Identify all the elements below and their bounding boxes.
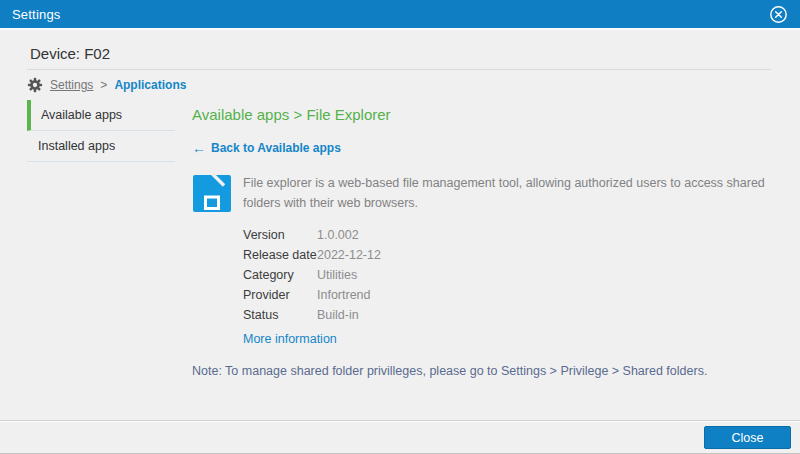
detail-value: Utilities [317, 268, 357, 282]
close-button[interactable]: Close [704, 426, 791, 449]
page-title: Device: F02 [30, 45, 110, 62]
breadcrumb: Settings > Applications [27, 77, 186, 93]
detail-value: Build-in [317, 308, 359, 322]
detail-label: Version [243, 228, 317, 242]
header-divider [27, 69, 771, 70]
close-icon[interactable] [768, 4, 788, 24]
dialog-title: Settings [12, 7, 61, 22]
circle-x-icon [769, 5, 788, 24]
app-summary-row: File explorer is a web-based file manage… [192, 173, 770, 213]
breadcrumb-current-applications: Applications [114, 78, 186, 92]
detail-row-status: Status Build-in [243, 305, 770, 325]
titlebar: Settings [0, 0, 800, 30]
detail-row-category: Category Utilities [243, 265, 770, 285]
detail-label: Release date [243, 248, 317, 262]
app-description: File explorer is a web-based file manage… [243, 173, 770, 213]
breadcrumb-settings-link[interactable]: Settings [50, 78, 93, 92]
main-content: Available apps > File Explorer ← Back to… [192, 100, 770, 378]
footer-divider [0, 420, 800, 422]
detail-label: Provider [243, 288, 317, 302]
breadcrumb-separator: > [100, 78, 107, 92]
detail-value: Infortrend [317, 288, 371, 302]
note-text: Note: To manage shared folder privillege… [192, 364, 770, 378]
sidebar: Available apps Installed apps [27, 100, 175, 162]
sidebar-item-installed-apps[interactable]: Installed apps [27, 131, 175, 162]
app-details-table: Version 1.0.002 Release date 2022-12-12 … [243, 225, 770, 325]
detail-row-version: Version 1.0.002 [243, 225, 770, 245]
detail-row-provider: Provider Infortrend [243, 285, 770, 305]
detail-value: 1.0.002 [317, 228, 359, 242]
settings-dialog: Settings Device: F02 Settings > Applicat… [0, 0, 800, 454]
detail-label: Category [243, 268, 317, 282]
sidebar-item-label: Available apps [41, 108, 122, 122]
detail-row-release-date: Release date 2022-12-12 [243, 245, 770, 265]
more-information-link[interactable]: More information [243, 332, 337, 346]
file-explorer-folder-icon [192, 173, 232, 213]
back-to-available-apps-link[interactable]: ← Back to Available apps [192, 140, 770, 156]
sidebar-item-available-apps[interactable]: Available apps [27, 100, 175, 131]
sidebar-item-label: Installed apps [38, 139, 115, 153]
back-link-label: Back to Available apps [211, 141, 341, 155]
back-arrow-icon: ← [192, 140, 206, 156]
gear-icon [27, 77, 43, 93]
detail-label: Status [243, 308, 317, 322]
section-heading: Available apps > File Explorer [192, 106, 770, 123]
detail-value: 2022-12-12 [317, 248, 381, 262]
